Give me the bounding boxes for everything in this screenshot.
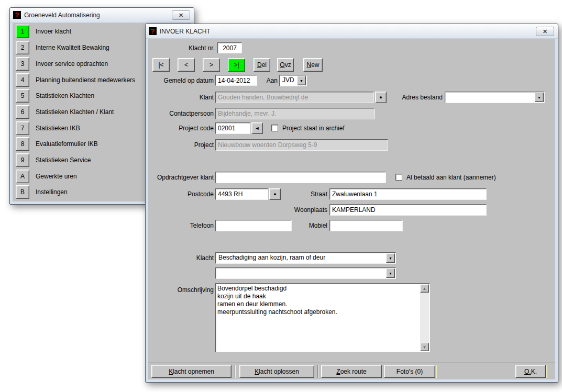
nav-first-button[interactable]: |< xyxy=(152,58,170,72)
ovz-button[interactable]: Ovz xyxy=(277,58,294,72)
klacht-label: Klacht xyxy=(148,252,214,264)
invoer-klacht-window: ? INVOER KLACHT ✕ Klacht nr. |< < > >| D… xyxy=(145,24,558,383)
opdrachtgever-klant-input[interactable] xyxy=(215,172,386,183)
menu-key: 1 xyxy=(21,25,25,38)
archief-checkbox-label: Project staat in archief xyxy=(282,122,345,134)
menu-key-button-3[interactable]: 3 xyxy=(16,57,29,71)
menu-key: 8 xyxy=(21,138,25,150)
straat-input[interactable] xyxy=(329,188,487,200)
form-window-title: INVOER KLACHT xyxy=(160,28,536,35)
app-icon: ? xyxy=(13,11,21,19)
contactpersoon-input xyxy=(215,108,375,119)
close-icon[interactable]: ✕ xyxy=(172,10,190,20)
menu-item-gewerkte-uren[interactable]: Gewerkte uren xyxy=(36,170,77,183)
project-label: Project xyxy=(148,139,214,151)
nav-prev-button[interactable]: < xyxy=(178,58,195,72)
delete-button[interactable]: Del xyxy=(254,58,270,72)
menu-item-stat-klachten[interactable]: Statistieken Klachten xyxy=(36,89,94,103)
betaald-checkbox[interactable] xyxy=(395,174,402,181)
menu-key-button-1[interactable]: 1 xyxy=(16,25,29,38)
klant-input xyxy=(215,92,374,103)
klacht-nr-label: Klacht nr. xyxy=(148,42,215,54)
close-icon[interactable]: ✕ xyxy=(536,27,554,36)
arrow-left-icon: ◄ xyxy=(255,126,260,131)
chevron-down-icon: ▼ xyxy=(537,96,541,99)
footer-divider xyxy=(148,362,555,363)
klacht-nr-input[interactable] xyxy=(217,42,242,53)
menu-item-planning[interactable]: Planning buitendienst medewerkers xyxy=(36,73,135,87)
menu-key-button-7[interactable]: 7 xyxy=(16,121,29,135)
klacht-2-dropdown-button[interactable]: ▼ xyxy=(386,268,395,278)
archief-checkbox[interactable] xyxy=(271,125,278,131)
adres-bestand-select[interactable]: ▼ xyxy=(445,92,545,103)
aan-select[interactable]: JVD ▼ xyxy=(279,75,307,86)
menu-key-button-5[interactable]: 5 xyxy=(16,89,29,103)
scroll-down-button[interactable]: ▼ xyxy=(420,343,429,351)
klacht-dropdown-button[interactable]: ▼ xyxy=(386,253,395,263)
scroll-up-button[interactable]: ▲ xyxy=(420,284,429,293)
menu-key-button-9[interactable]: 9 xyxy=(16,153,29,167)
woonplaats-input[interactable] xyxy=(329,204,487,216)
menu-key: 7 xyxy=(21,122,25,135)
fotos-button[interactable]: Foto's (0) xyxy=(384,365,435,378)
adres-bestand-label: Adres bestand xyxy=(373,92,443,103)
menu-item-ikb[interactable]: Interne Kwaliteit Bewaking xyxy=(36,41,109,54)
menu-titlebar[interactable]: ? Groeneveld Automatisering ✕ xyxy=(10,8,194,23)
menu-key: 2 xyxy=(21,41,25,54)
menu-key: 9 xyxy=(21,154,25,166)
menu-item-invoer-klacht[interactable]: Invoer klacht xyxy=(36,25,71,38)
menu-window-title: Groeneveld Automatisering xyxy=(24,12,172,19)
menu-key-button-8[interactable]: 8 xyxy=(16,137,29,151)
gemeld-op-datum-input[interactable] xyxy=(215,75,257,86)
klacht-2-select[interactable]: ▼ xyxy=(215,267,396,279)
project-code-input[interactable] xyxy=(215,122,250,134)
klacht-select[interactable]: Beschadiging aan kozijn, raam of deur ▼ xyxy=(215,252,396,264)
omschrijving-label: Omschrijving xyxy=(148,284,214,296)
menu-item-stat-klachten-klant[interactable]: Statistieken Klachten / Klant xyxy=(36,105,114,119)
zoek-route-label: Zoek route xyxy=(336,368,366,375)
klacht-opnemen-button[interactable]: Klacht opnemen xyxy=(151,365,232,378)
nav-next-button[interactable]: > xyxy=(203,58,220,72)
vertical-scrollbar[interactable]: ▲ ▼ xyxy=(420,284,429,351)
klacht-opnemen-label: Klacht opnemen xyxy=(169,368,214,375)
menu-item-instellingen[interactable]: Instellingen xyxy=(36,185,68,199)
menu-key-button-6[interactable]: 6 xyxy=(16,105,29,119)
menu-key: 5 xyxy=(21,89,25,102)
zoek-route-button[interactable]: Zoek route xyxy=(321,365,382,378)
mobiel-input[interactable] xyxy=(329,220,403,231)
gemeld-op-datum-label: Gemeld op datum xyxy=(148,75,214,86)
chevron-down-icon: ▼ xyxy=(389,256,392,260)
delete-label: Del xyxy=(257,61,267,69)
menu-key: 3 xyxy=(21,58,25,70)
aan-dropdown-button[interactable]: ▼ xyxy=(297,76,306,85)
menu-item-evaluatieformulier[interactable]: Evaluatieformulier IKB xyxy=(36,137,98,151)
menu-key-button-4[interactable]: 4 xyxy=(16,73,29,87)
klacht-2-value xyxy=(218,268,385,278)
new-button[interactable]: New xyxy=(303,58,323,72)
new-label: New xyxy=(306,61,319,69)
adres-bestand-dropdown-button[interactable]: ▼ xyxy=(535,93,544,102)
menu-key-button-2[interactable]: 2 xyxy=(16,41,29,54)
menu-item-stat-ikb[interactable]: Statistieken IKB xyxy=(36,121,80,135)
omschrijving-textarea[interactable]: Bovendorpel beschadigd kozijn uit de haa… xyxy=(215,283,430,352)
nav-first-label: |< xyxy=(158,61,163,69)
menu-item-stat-service[interactable]: Statistieken Service xyxy=(36,153,91,167)
chevron-down-icon: ▼ xyxy=(300,79,303,83)
betaald-checkbox-label: Al betaald aan klant (aannemer) xyxy=(406,172,496,183)
klacht-oplossen-label: Klacht oplossen xyxy=(255,368,299,375)
klacht-oplossen-button[interactable]: Klacht oplossen xyxy=(239,365,314,378)
menu-item-service-opdrachten[interactable]: Invoer service opdrachten xyxy=(36,57,108,71)
form-titlebar[interactable]: ? INVOER KLACHT ✕ xyxy=(146,24,558,39)
straat-label: Straat xyxy=(148,188,327,200)
project-code-label: Project code xyxy=(148,122,214,134)
menu-key-button-b[interactable]: B xyxy=(16,185,29,199)
arrow-down-icon: ▼ xyxy=(423,345,427,350)
nav-last-button[interactable]: >| xyxy=(228,58,245,72)
project-code-picker-button[interactable]: ◄ xyxy=(251,122,263,134)
menu-key-button-a[interactable]: A xyxy=(16,170,29,183)
menu-key: B xyxy=(20,186,25,198)
nav-prev-label: < xyxy=(184,61,188,69)
form-content: Klacht nr. |< < > >| Del Ovz New Gemeld … xyxy=(148,39,555,379)
ok-button[interactable]: O.K. xyxy=(515,365,546,378)
project-input xyxy=(215,139,388,151)
